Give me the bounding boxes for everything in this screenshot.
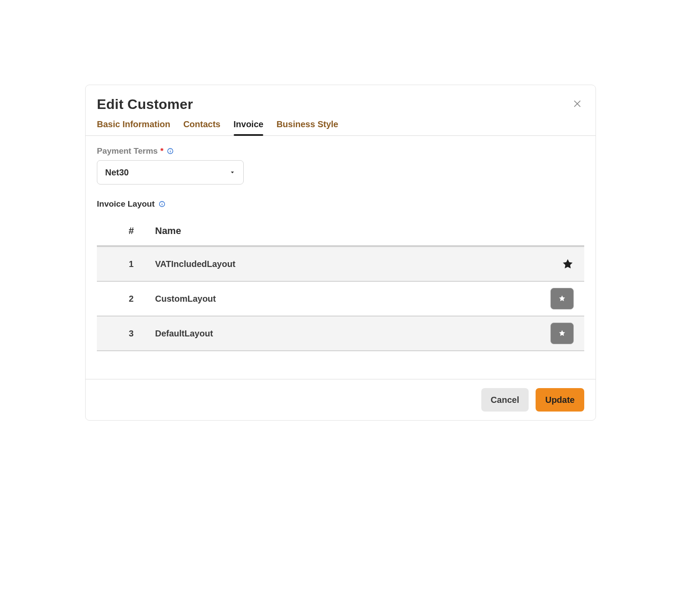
tab-invoice[interactable]: Invoice bbox=[234, 119, 264, 135]
cancel-button[interactable]: Cancel bbox=[481, 388, 529, 412]
set-default-button[interactable] bbox=[550, 288, 574, 310]
table-row: 3DefaultLayout bbox=[97, 316, 584, 351]
row-name: VATIncludedLayout bbox=[155, 259, 535, 269]
info-icon[interactable] bbox=[166, 147, 174, 155]
invoice-layout-label-text: Invoice Layout bbox=[97, 199, 155, 209]
update-button[interactable]: Update bbox=[536, 388, 584, 412]
payment-terms-value: Net30 bbox=[105, 168, 129, 178]
table-row: 2CustomLayout bbox=[97, 282, 584, 316]
col-header-name: Name bbox=[155, 225, 535, 237]
row-index: 1 bbox=[107, 259, 155, 269]
row-name: DefaultLayout bbox=[155, 329, 535, 339]
svg-point-4 bbox=[170, 150, 170, 150]
col-header-index: # bbox=[107, 225, 155, 237]
row-name: CustomLayout bbox=[155, 294, 535, 304]
payment-terms-select[interactable]: Net30 bbox=[97, 160, 244, 184]
modal-footer: Cancel Update bbox=[86, 379, 596, 420]
tab-basic-information[interactable]: Basic Information bbox=[97, 119, 170, 135]
row-index: 3 bbox=[107, 329, 155, 339]
edit-customer-modal: Edit Customer Basic Information Contacts… bbox=[85, 85, 596, 421]
close-button[interactable] bbox=[570, 98, 584, 112]
caret-down-icon bbox=[229, 168, 235, 178]
tab-contacts[interactable]: Contacts bbox=[183, 119, 221, 135]
modal-title: Edit Customer bbox=[97, 96, 193, 112]
modal-body: Payment Terms* Net30 Invoice Layout bbox=[86, 136, 596, 379]
table-head: # Name bbox=[97, 217, 584, 247]
modal-header: Edit Customer bbox=[86, 85, 596, 116]
invoice-layout-table: # Name 1VATIncludedLayout2CustomLayout3D… bbox=[97, 217, 584, 351]
close-icon bbox=[573, 99, 582, 110]
payment-terms-label-text: Payment Terms bbox=[97, 146, 158, 156]
set-default-button[interactable] bbox=[550, 323, 574, 344]
invoice-layout-label: Invoice Layout bbox=[97, 199, 584, 209]
required-asterisk: * bbox=[160, 146, 163, 156]
tabs: Basic Information Contacts Invoice Busin… bbox=[86, 116, 596, 136]
table-row: 1VATIncludedLayout bbox=[97, 247, 584, 282]
row-index: 2 bbox=[107, 294, 155, 304]
svg-point-7 bbox=[162, 203, 162, 203]
info-icon[interactable] bbox=[158, 200, 166, 208]
default-star-icon bbox=[535, 258, 574, 270]
tab-business-style[interactable]: Business Style bbox=[276, 119, 338, 135]
payment-terms-label: Payment Terms* bbox=[97, 146, 584, 156]
